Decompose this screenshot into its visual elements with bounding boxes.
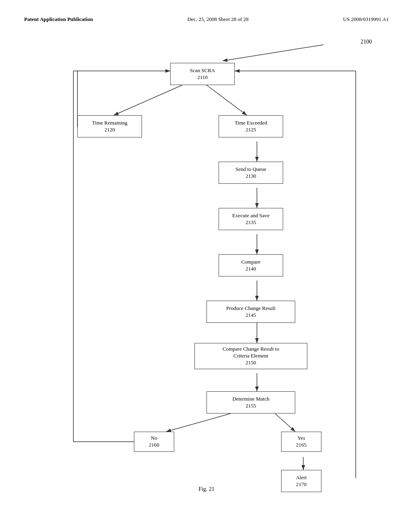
node-determine-match: Determine Match 2155 (206, 391, 295, 414)
node-determine-line1: Determine Match (232, 396, 269, 403)
svg-line-3 (206, 85, 247, 115)
node-send-to-queue-line2: 2130 (246, 173, 256, 180)
node-time-remaining-line1: Time Remaining (92, 120, 127, 127)
node-time-exceeded-line1: Time Exceeded (235, 120, 267, 127)
node-produce-change-result: Produce Change Result 2145 (206, 301, 295, 323)
node-produce-line1: Produce Change Result (226, 305, 275, 312)
node-scan-scra-line1: Scan SCRA (190, 67, 215, 74)
node-time-exceeded: Time Exceeded 2125 (219, 115, 283, 137)
diagram-area: 2100 (33, 35, 380, 478)
svg-line-2 (114, 85, 182, 115)
node-yes-line2: 2165 (296, 442, 307, 449)
node-compare-cr-line2: 2150 (246, 360, 256, 366)
header-date-sheet: Dec. 25, 2008 Sheet 28 of 28 (188, 16, 249, 23)
node-yes-line1: Yes (298, 435, 305, 442)
node-compare-cr-line1b: Criteria Element (234, 353, 268, 360)
page-header: Patent Application Publication Dec. 25, … (24, 16, 389, 23)
node-execute-save-line2: 2135 (246, 219, 256, 226)
node-no: No 2160 (134, 432, 174, 452)
svg-line-11 (275, 414, 295, 432)
node-alert-line1: Alert (296, 474, 307, 481)
header-publication-label: Patent Application Publication (24, 16, 93, 23)
node-scan-scra-line2: 2110 (197, 74, 208, 81)
svg-line-10 (166, 414, 231, 432)
node-compare-line2: 2140 (246, 266, 256, 272)
svg-line-1 (223, 45, 323, 61)
node-send-to-queue-line1: Send to Queue (236, 166, 267, 173)
node-execute-and-save: Execute and Save 2135 (219, 208, 283, 230)
node-no-line2: 2160 (149, 442, 159, 449)
node-compare-change-result: Compare Change Result to Criteria Elemen… (194, 343, 307, 369)
node-time-exceeded-line2: 2125 (246, 127, 256, 133)
node-compare-line1: Compare (241, 259, 261, 266)
figure-caption: Fig. 21 (24, 486, 389, 493)
header-patent-number: US 2008/0319991 A1 (343, 16, 389, 23)
node-execute-save-line1: Execute and Save (232, 212, 269, 219)
page: Patent Application Publication Dec. 25, … (0, 0, 413, 532)
node-yes: Yes 2165 (281, 432, 321, 452)
node-time-remaining: Time Remaining 2120 (77, 115, 142, 137)
node-alert: Alert 2170 (281, 470, 321, 492)
node-scan-scra: Scan SCRA 2110 (170, 63, 235, 85)
node-compare: Compare 2140 (219, 254, 283, 276)
node-compare-cr-line1: Compare Change Result to (223, 346, 279, 353)
node-alert-line2: 2170 (296, 481, 307, 488)
diagram-ref-label: 2100 (361, 39, 372, 45)
node-send-to-queue: Send to Queue 2130 (219, 162, 283, 184)
node-determine-line2: 2155 (246, 403, 256, 409)
node-time-remaining-line2: 2120 (104, 127, 115, 133)
node-produce-line2: 2145 (246, 312, 256, 319)
node-no-line1: No (151, 435, 157, 442)
